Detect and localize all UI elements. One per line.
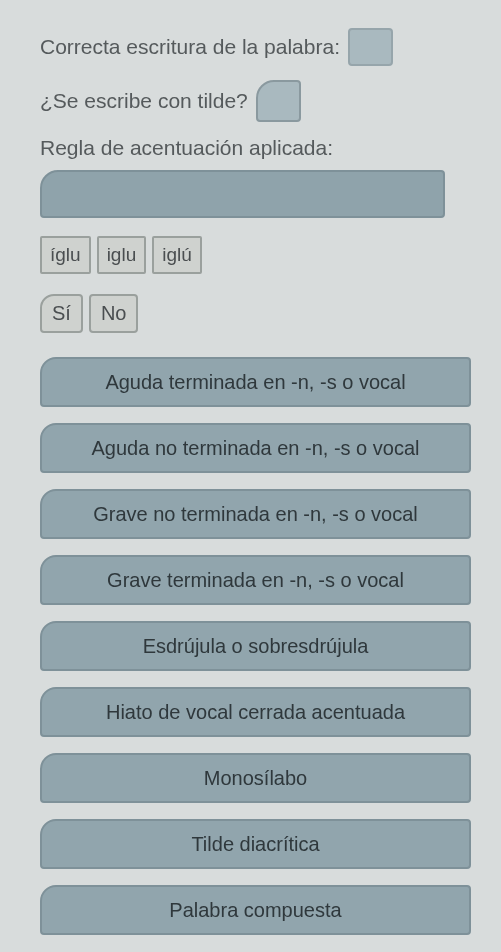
rule-option[interactable]: Esdrújula o sobresdrújula <box>40 621 471 671</box>
rule-list: Aguda terminada en -n, -s o vocal Aguda … <box>40 357 471 935</box>
rule-option[interactable]: Palabra compuesta <box>40 885 471 935</box>
rule-option[interactable]: Tilde diacrítica <box>40 819 471 869</box>
prompt-correct-spelling-row: Correcta escritura de la palabra: <box>40 28 471 66</box>
word-option[interactable]: iglú <box>152 236 202 274</box>
rule-option[interactable]: Monosílabo <box>40 753 471 803</box>
option-yes[interactable]: Sí <box>40 294 83 333</box>
drop-slot-rule[interactable] <box>40 170 445 218</box>
option-no[interactable]: No <box>89 294 139 333</box>
exercise-panel: Correcta escritura de la palabra: ¿Se es… <box>0 0 501 952</box>
word-options-row: íglu iglu iglú <box>40 236 471 274</box>
label-rule-applied: Regla de acentuación aplicada: <box>40 136 471 160</box>
label-has-tilde: ¿Se escribe con tilde? <box>40 89 248 113</box>
rule-option[interactable]: Aguda no terminada en -n, -s o vocal <box>40 423 471 473</box>
yesno-row: Sí No <box>40 294 471 333</box>
rule-option[interactable]: Grave terminada en -n, -s o vocal <box>40 555 471 605</box>
rule-option[interactable]: Grave no terminada en -n, -s o vocal <box>40 489 471 539</box>
drop-slot-tilde[interactable] <box>256 80 301 122</box>
label-correct-spelling: Correcta escritura de la palabra: <box>40 35 340 59</box>
drop-slot-spelling[interactable] <box>348 28 393 66</box>
word-option[interactable]: íglu <box>40 236 91 274</box>
rule-option[interactable]: Hiato de vocal cerrada acentuada <box>40 687 471 737</box>
prompt-has-tilde-row: ¿Se escribe con tilde? <box>40 80 471 122</box>
rule-option[interactable]: Aguda terminada en -n, -s o vocal <box>40 357 471 407</box>
word-option[interactable]: iglu <box>97 236 147 274</box>
